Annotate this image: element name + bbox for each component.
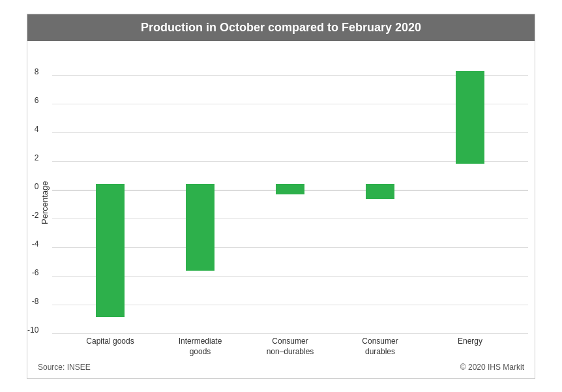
bar (96, 184, 125, 317)
y-tick-label: 2 (27, 133, 41, 162)
bar-group (65, 48, 155, 335)
y-tick-label: -10 (27, 305, 41, 334)
x-axis-label: Capital goods (65, 337, 155, 357)
bar-group (425, 48, 515, 335)
y-tick-label: 0 (27, 162, 41, 190)
y-ticks: 86420-2-4-6-8-10 (27, 48, 41, 335)
y-tick-label: -2 (27, 190, 41, 219)
bar (456, 71, 484, 163)
bar (276, 184, 304, 194)
y-tick-label: 4 (27, 104, 41, 133)
y-tick-label: 8 (27, 48, 41, 76)
y-tick-label: 6 (27, 76, 41, 104)
bar-group (155, 48, 245, 335)
y-tick-label: -4 (27, 219, 41, 248)
copyright-label: © 2020 IHS Markit (460, 363, 524, 372)
chart-inner: 86420-2-4-6-8-10 Capital goodsIntermedia… (52, 48, 528, 357)
chart-footer: Source: INSEE © 2020 IHS Markit (27, 357, 535, 378)
chart-body: Percentage 86420-2-4-6-8-10 Capital good… (34, 48, 528, 357)
x-axis-label: Consumerdurables (335, 337, 425, 357)
chart-area: Percentage 86420-2-4-6-8-10 Capital good… (27, 41, 535, 357)
bar (366, 184, 394, 200)
y-tick-label: -6 (27, 248, 41, 277)
x-axis-label: Intermediategoods (155, 337, 245, 357)
grid-and-bars: 86420-2-4-6-8-10 (52, 48, 528, 335)
bar-group (245, 48, 335, 335)
x-labels: Capital goodsIntermediategoodsConsumerno… (52, 337, 528, 357)
bar (186, 184, 214, 271)
x-axis-label: Consumernon–durables (245, 337, 335, 357)
chart-card: Production in October compared to Februa… (27, 14, 535, 379)
bar-group (335, 48, 425, 335)
y-tick-label: -8 (27, 277, 41, 305)
source-label: Source: INSEE (38, 363, 91, 372)
chart-title: Production in October compared to Februa… (27, 14, 535, 41)
bars-container (52, 48, 528, 335)
x-axis-label: Energy (425, 337, 515, 357)
